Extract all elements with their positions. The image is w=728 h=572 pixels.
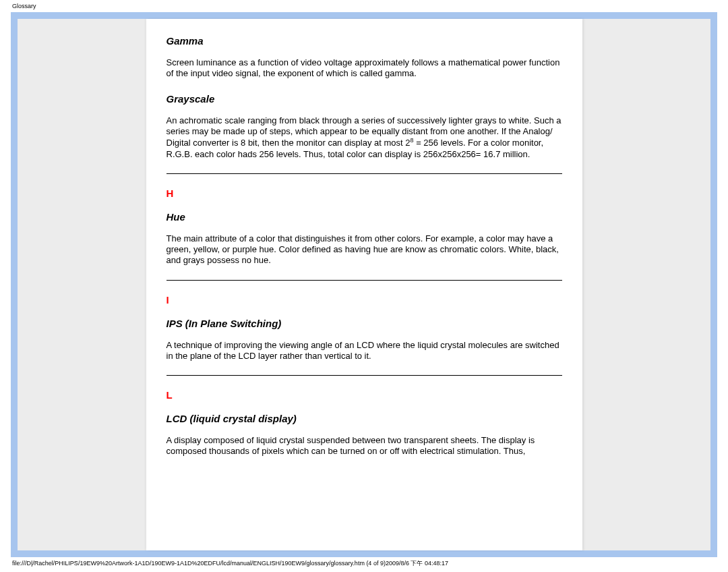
grayscale-body: An achromatic scale ranging from black t… [166, 115, 562, 160]
footer-file-path: file:///D|/Rachel/PHILIPS/19EW9%20Artwor… [12, 559, 448, 568]
lcd-title: LCD (liquid crystal display) [166, 413, 562, 424]
grayscale-title: Grayscale [166, 93, 562, 105]
content-page: Gamma Screen luminance as a function of … [146, 19, 582, 550]
letter-i: I [166, 294, 562, 306]
divider [166, 280, 562, 281]
ips-title: IPS (In Plane Switching) [166, 318, 562, 329]
letter-l: L [166, 389, 562, 401]
gray-background: Gamma Screen luminance as a function of … [18, 19, 710, 550]
divider [166, 173, 562, 174]
divider [166, 375, 562, 376]
ips-body: A technique of improving the viewing ang… [166, 340, 562, 362]
hue-body: The main attribute of a color that disti… [166, 233, 562, 266]
page-header-label: Glossary [12, 3, 36, 9]
letter-h: H [166, 188, 562, 199]
outer-frame: Gamma Screen luminance as a function of … [11, 12, 717, 557]
gamma-body: Screen luminance as a function of video … [166, 57, 562, 80]
gamma-title: Gamma [166, 35, 562, 47]
hue-title: Hue [166, 211, 562, 223]
lcd-body: A display composed of liquid crystal sus… [166, 435, 562, 457]
